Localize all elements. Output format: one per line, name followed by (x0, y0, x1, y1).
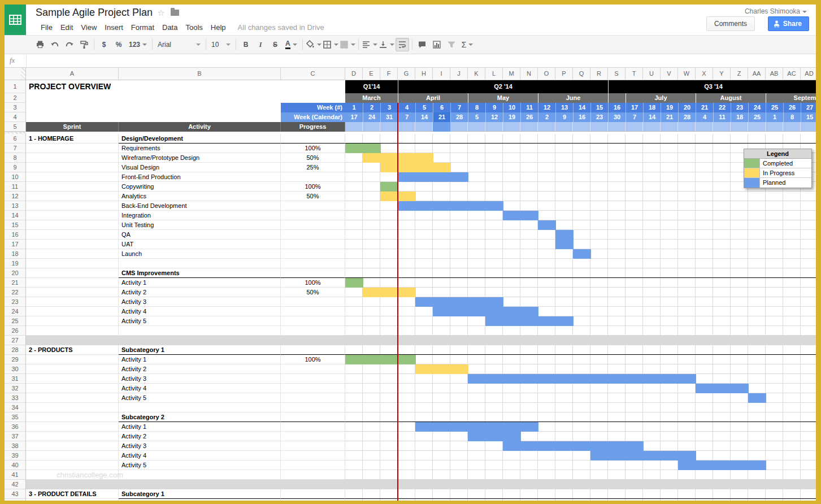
row-header-28[interactable]: 28 (5, 345, 26, 355)
quarter-cell[interactable]: Q2 '14 (398, 80, 608, 93)
week-calendar-cell-Q[interactable]: 16 (573, 112, 590, 122)
month-cell[interactable] (608, 93, 625, 103)
week-calendar-cell-AB[interactable]: 1 (766, 112, 783, 122)
cell-B18[interactable]: Launch (119, 249, 281, 259)
week-calendar-cell-O[interactable]: 2 (538, 112, 555, 122)
week-number-cell-AA[interactable]: 24 (748, 103, 766, 112)
gantt-bar-planned[interactable] (485, 316, 574, 326)
column-header-AB[interactable]: AB (766, 68, 783, 80)
column-header-G[interactable]: G (398, 68, 415, 80)
cell-A6[interactable]: 1 - HOMEPAGE (26, 134, 119, 144)
gantt-row-21[interactable] (345, 278, 816, 288)
cell-A21[interactable] (26, 278, 119, 288)
cell-C18[interactable] (281, 249, 345, 259)
gantt-bar-planned[interactable] (538, 220, 556, 230)
row-header-27[interactable]: 27 (5, 336, 26, 345)
separator-row-27[interactable] (26, 336, 816, 345)
cell-B44[interactable]: Activity 1 (119, 499, 281, 501)
menu-view[interactable]: View (77, 23, 101, 32)
row-header-21[interactable]: 21 (5, 278, 26, 288)
cell-B19[interactable] (119, 259, 281, 268)
cell-B31[interactable]: Activity 3 (119, 374, 281, 384)
row-header-42[interactable]: 42 (5, 480, 26, 489)
cell-C17[interactable] (281, 240, 345, 249)
week-calendar-cell-I[interactable]: 21 (433, 112, 450, 122)
row-header-33[interactable]: 33 (5, 393, 26, 403)
week-number-cell-P[interactable]: 13 (555, 103, 573, 112)
cell-C38[interactable] (281, 441, 345, 451)
row-header-29[interactable]: 29 (5, 355, 26, 364)
vertical-align-button[interactable] (379, 38, 394, 51)
cell-B21[interactable]: Activity 1 (119, 278, 281, 288)
menu-file[interactable]: File (37, 23, 57, 32)
cell-B11[interactable]: Copywriting (119, 182, 281, 192)
cell-A40[interactable] (26, 460, 119, 470)
cell-B32[interactable]: Activity 4 (119, 384, 281, 393)
week-calendar-cell-P[interactable]: 9 (555, 112, 573, 122)
legend-item[interactable]: Completed (744, 159, 811, 168)
cell-B22[interactable]: Activity 2 (119, 288, 281, 297)
cell-C44[interactable] (281, 499, 345, 501)
gantt-bar-planned[interactable] (398, 201, 503, 211)
text-color-button[interactable]: A (283, 38, 299, 51)
cell-A10[interactable] (26, 172, 119, 182)
legend-title[interactable]: Legend (744, 149, 811, 159)
column-header-I[interactable]: I (433, 68, 450, 80)
gantt-row-41[interactable] (345, 470, 816, 480)
row-header-23[interactable]: 23 (5, 297, 26, 307)
row-header-10[interactable]: 10 (5, 172, 26, 182)
row-header-38[interactable]: 38 (5, 441, 26, 451)
gantt-row-30[interactable] (345, 364, 816, 374)
merge-cells-button[interactable] (340, 38, 355, 51)
cell-B17[interactable]: UAT (119, 240, 281, 249)
gantt-row-40[interactable] (345, 460, 816, 470)
cell-C14[interactable] (281, 211, 345, 220)
cell-A17[interactable] (26, 240, 119, 249)
gantt-row-28[interactable] (345, 345, 816, 355)
week-calendar-cell-Z[interactable]: 18 (731, 112, 748, 122)
gantt-row-15[interactable] (345, 220, 816, 230)
redo-button[interactable] (63, 38, 76, 51)
column-header-D[interactable]: D (345, 68, 363, 80)
week-calendar-cell-V[interactable]: 21 (661, 112, 678, 122)
week-number-cell-X[interactable]: 21 (696, 103, 713, 112)
cell-C26[interactable] (281, 326, 345, 336)
week-calendar-cell-Y[interactable]: 11 (713, 112, 731, 122)
cell-A7[interactable] (26, 144, 119, 153)
gantt-row-44[interactable] (345, 499, 816, 501)
cell-B43[interactable]: Subcategory 1 (119, 489, 281, 499)
cell-C16[interactable] (281, 230, 345, 240)
gantt-bar-planned[interactable] (590, 451, 696, 460)
menu-insert[interactable]: Insert (101, 23, 127, 32)
cell-C12[interactable]: 50% (281, 192, 345, 201)
horizontal-align-button[interactable] (362, 38, 377, 51)
gantt-row-16[interactable] (345, 230, 816, 240)
week-number-cell-AB[interactable]: 25 (766, 103, 783, 112)
row-header-26[interactable]: 26 (5, 326, 26, 336)
week-number-label[interactable]: Week (#) (281, 103, 345, 112)
sheets-logo-icon[interactable] (5, 5, 26, 35)
week-calendar-cell-AD[interactable]: 15 (801, 112, 816, 122)
gantt-row-29[interactable] (345, 355, 816, 364)
row-header-35[interactable]: 35 (5, 412, 26, 422)
font-size-select[interactable]: 10 (208, 38, 233, 51)
gantt-row-26[interactable] (345, 326, 816, 336)
cell-B8[interactable]: Wireframe/Prototype Design (119, 153, 281, 163)
column-header-Y[interactable]: Y (713, 68, 731, 80)
menu-format[interactable]: Format (127, 23, 158, 32)
gantt-bar-completed[interactable] (345, 355, 416, 364)
column-header-S[interactable]: S (608, 68, 625, 80)
cell-B39[interactable]: Activity 4 (119, 451, 281, 460)
cell-B20[interactable]: CMS Improvements (119, 268, 281, 278)
week-number-cell-W[interactable]: 20 (678, 103, 696, 112)
cell-C8[interactable]: 50% (281, 153, 345, 163)
week-number-cell-K[interactable]: 8 (468, 103, 485, 112)
row-header-22[interactable]: 22 (5, 288, 26, 297)
row-header-32[interactable]: 32 (5, 384, 26, 393)
week-number-cell-T[interactable]: 17 (625, 103, 643, 112)
gantt-row-32[interactable] (345, 384, 816, 393)
row-header-4[interactable]: 4 (5, 112, 26, 122)
column-header-Q[interactable]: Q (573, 68, 590, 80)
print-button[interactable] (33, 38, 47, 51)
cell-A19[interactable] (26, 259, 119, 268)
